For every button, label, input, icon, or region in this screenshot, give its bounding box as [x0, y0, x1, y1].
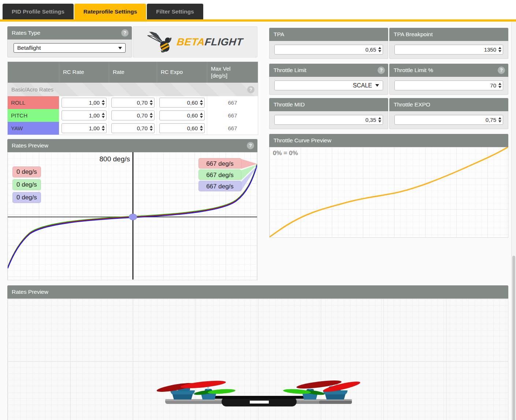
throttle-limit-pct-panel: Throttle Limit % ? 70	[389, 64, 508, 95]
throttle-curve-preview-title: Throttle Curve Preview	[274, 137, 331, 143]
row-label-yaw: YAW	[8, 122, 59, 135]
row-label-pitch: PITCH	[8, 109, 59, 122]
yaw-rc-rate-input[interactable]: 1,00	[62, 123, 107, 133]
throttle-limit-pct-header: Throttle Limit % ?	[389, 64, 508, 77]
tpa-breakpoint-input[interactable]: 1350	[394, 45, 503, 55]
throttle-curve-svg	[270, 147, 508, 237]
table-cell: 0,60	[157, 122, 207, 135]
throttle-curve-preview-panel: Throttle Curve Preview 0% = 0%	[269, 134, 508, 238]
basic-acro-rates-section: Basic/Acro Rates ?	[8, 83, 258, 96]
quad-model[interactable]	[153, 370, 366, 420]
tab-bar: PID Profile Settings Rateprofile Setting…	[3, 4, 203, 19]
spinner-arrows[interactable]	[200, 125, 203, 131]
rateprofile-settings-page: PID Profile Settings Rateprofile Setting…	[0, 0, 516, 420]
pitch-rate-input[interactable]: 0,70	[111, 110, 155, 120]
col-header-rc-expo: RC Expo	[157, 62, 207, 83]
rates-type-title: Rates Type	[12, 30, 40, 36]
logo-flight-text: FLIGHT	[204, 36, 244, 48]
field-value: 0,60	[187, 112, 198, 119]
model-preview-area	[7, 299, 508, 420]
table-cell: 0,70	[109, 122, 157, 135]
field-value: 0,60	[187, 125, 198, 131]
pitch-max-vel: 667	[207, 109, 258, 122]
col-header-max-vel: Max Vel [deg/s]	[207, 62, 258, 83]
roll-rate-input[interactable]: 0,70	[111, 98, 155, 108]
chevron-down-icon	[375, 84, 379, 87]
throttle-limit-body: SCALE	[269, 77, 388, 95]
throttle-limit-title: Throttle Limit	[274, 67, 307, 73]
throttle-mid-header: Throttle MID	[269, 98, 388, 111]
help-icon[interactable]: ?	[247, 86, 255, 93]
spinner-arrows[interactable]	[150, 125, 153, 131]
throttle-limit-select[interactable]: SCALE	[274, 80, 383, 90]
throttle-curve-graph: 0% = 0%	[269, 147, 508, 238]
throttle-curve	[270, 147, 508, 237]
roll-rc-rate-input[interactable]: 1,00	[62, 98, 107, 108]
active-tab-accent-bar	[0, 19, 516, 22]
pitch-rc-rate-input[interactable]: 1,00	[62, 110, 107, 120]
table-cell: 0,70	[109, 96, 157, 109]
model-preview-header: Rates Preview	[7, 285, 508, 299]
tab-filter-settings[interactable]: Filter Settings	[147, 4, 203, 19]
rates-preview-header: Rates Preview ?	[7, 139, 257, 152]
betaflight-bee-icon	[147, 31, 173, 53]
tab-pid-profile-settings[interactable]: PID Profile Settings	[3, 4, 74, 19]
rates-type-header: Rates Type ?	[7, 26, 132, 40]
throttle-mid-input[interactable]: 0,35	[274, 115, 383, 125]
row-label-roll: ROLL	[8, 96, 59, 109]
field-value: 0,70	[137, 112, 148, 119]
roll-max-vel-balloon: 667 deg/s	[198, 158, 241, 169]
betaflight-logo: BETAFLIGHT	[133, 26, 257, 57]
spinner-arrows[interactable]	[200, 113, 203, 118]
scrollbar[interactable]	[511, 22, 516, 420]
help-icon[interactable]: ?	[498, 67, 505, 74]
table-cell: 0,60	[157, 96, 207, 109]
spinner-arrows[interactable]	[498, 83, 501, 88]
roll-rc-expo-input[interactable]: 0,60	[159, 98, 205, 108]
field-value: 0,65	[365, 46, 376, 53]
tpa-breakpoint-header: TPA Breakpoint	[389, 28, 508, 41]
spinner-arrows[interactable]	[200, 100, 203, 105]
tpa-breakpoint-body: 1350	[389, 41, 508, 59]
roll-stick-value-label: 0 deg/s	[12, 166, 41, 177]
tab-rateprofile-settings[interactable]: Rateprofile Settings	[74, 4, 146, 19]
logo-beta-text: BETA	[177, 36, 205, 48]
section-label: Basic/Acro Rates	[11, 86, 53, 93]
throttle-curve-preview-header: Throttle Curve Preview	[269, 134, 508, 147]
spinner-arrows[interactable]	[498, 47, 501, 52]
spinner-arrows[interactable]	[378, 117, 381, 123]
pitch-rc-expo-input[interactable]: 0,60	[159, 110, 205, 120]
tpa-header: TPA	[269, 28, 388, 41]
help-icon[interactable]: ?	[247, 142, 254, 149]
field-value: 0,35	[365, 117, 376, 123]
throttle-expo-title: Throttle EXPO	[394, 101, 430, 108]
table-cell: 1,00	[59, 122, 109, 135]
spinner-arrows[interactable]	[498, 117, 501, 123]
field-value: 0,75	[486, 117, 496, 123]
spinner-arrows[interactable]	[102, 125, 105, 131]
tpa-input[interactable]: 0,65	[274, 45, 383, 55]
spinner-arrows[interactable]	[150, 113, 153, 118]
rates-preview-panel: Rates Preview ? 800 deg/s 0 deg/s 0 deg/…	[7, 139, 257, 280]
throttle-limit-value: SCALE	[353, 82, 372, 89]
throttle-limit-pct-input[interactable]: 70	[394, 80, 503, 90]
throttle-expo-header: Throttle EXPO	[389, 98, 508, 111]
pitch-stick-value-label: 0 deg/s	[12, 179, 41, 190]
throttle-expo-input[interactable]: 0,75	[394, 115, 503, 125]
throttle-readout: 0% = 0%	[273, 150, 298, 157]
rates-type-select[interactable]: Betaflight	[14, 43, 126, 53]
scrollbar-thumb[interactable]	[512, 256, 515, 420]
yaw-rc-expo-input[interactable]: 0,60	[159, 123, 205, 133]
spinner-arrows[interactable]	[102, 100, 105, 105]
help-icon[interactable]: ?	[121, 29, 129, 37]
spinner-arrows[interactable]	[378, 47, 381, 52]
tpa-title: TPA	[274, 31, 284, 37]
spinner-arrows[interactable]	[102, 113, 105, 118]
yaw-rate-input[interactable]: 0,70	[111, 123, 155, 133]
help-icon[interactable]: ?	[378, 67, 385, 74]
pitch-max-vel-balloon: 667 deg/s	[198, 169, 241, 180]
throttle-expo-body: 0,75	[389, 111, 508, 129]
throttle-limit-panel: Throttle Limit ? SCALE	[269, 64, 388, 95]
spinner-arrows[interactable]	[150, 100, 153, 105]
field-value: 70	[490, 82, 496, 89]
